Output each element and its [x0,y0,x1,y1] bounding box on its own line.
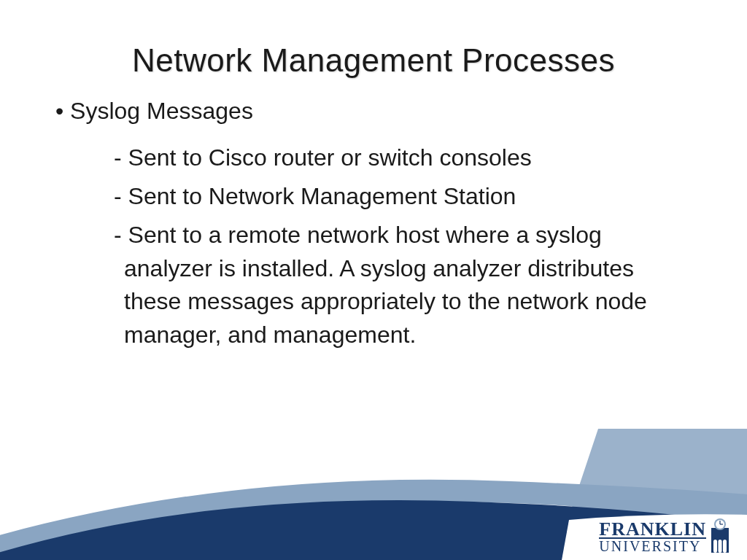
sub-point: - Sent to Network Management Station [114,180,681,213]
logo-text-line2: UNIVERSITY [599,540,706,553]
logo-tower-icon [709,518,731,553]
bullet-main: Syslog Messages [55,96,703,127]
sub-point: - Sent to a remote network host where a … [114,219,681,351]
svg-rect-1 [713,540,717,553]
content-area: Syslog Messages - Sent to Cisco router o… [0,96,747,351]
svg-rect-2 [719,540,722,553]
svg-rect-3 [723,540,727,553]
sub-point: - Sent to Cisco router or switch console… [114,141,681,174]
slide-title: Network Management Processes [0,0,747,96]
sub-points-list: - Sent to Cisco router or switch console… [55,141,703,352]
university-logo: FRANKLIN UNIVERSITY [599,518,731,553]
logo-text-line1: FRANKLIN [599,521,706,539]
